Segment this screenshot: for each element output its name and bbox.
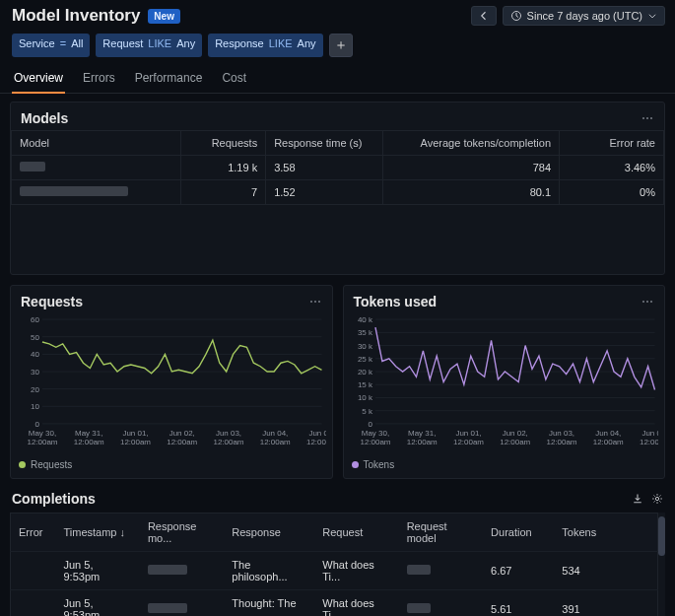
panel-menu-models[interactable]: ⋯ — [641, 111, 654, 125]
table-row[interactable]: Jun 5, 9:53pm Thought: The ... What does… — [11, 590, 658, 617]
svg-text:Jun 05,: Jun 05, — [641, 429, 658, 438]
requests-legend: Requests — [11, 457, 332, 478]
svg-text:Jun 04,: Jun 04, — [595, 429, 621, 438]
svg-text:12:00am: 12:00am — [27, 438, 57, 446]
col-request-model[interactable]: Request model — [399, 513, 483, 552]
gear-icon[interactable] — [651, 493, 663, 505]
models-title: Models — [21, 110, 68, 126]
svg-text:12:00am: 12:00am — [406, 438, 437, 446]
svg-text:12:00am: 12:00am — [74, 438, 104, 446]
svg-text:0: 0 — [368, 420, 372, 429]
svg-text:60: 60 — [31, 315, 39, 324]
panel-menu-requests[interactable]: ⋯ — [309, 295, 322, 308]
svg-text:12:00am: 12:00am — [306, 438, 326, 446]
svg-text:20: 20 — [31, 385, 39, 394]
svg-text:12:00am: 12:00am — [120, 438, 151, 446]
svg-text:15 k: 15 k — [357, 380, 371, 389]
svg-text:40: 40 — [31, 350, 39, 359]
svg-text:20 k: 20 k — [357, 368, 371, 376]
col-error[interactable]: Error — [11, 513, 56, 552]
svg-text:May 31,: May 31, — [408, 429, 436, 438]
table-row[interactable]: 1.19 k 3.58 784 3.46% — [12, 156, 664, 180]
col-duration[interactable]: Duration — [483, 513, 554, 552]
svg-text:30: 30 — [31, 368, 39, 376]
svg-text:12:00am: 12:00am — [639, 438, 658, 446]
svg-text:May 31,: May 31, — [75, 429, 102, 438]
tab-bar: Overview Errors Performance Cost — [0, 65, 675, 94]
requests-panel: Requests ⋯ 0102030405060May 30,12:00amMa… — [10, 285, 333, 479]
filter-chip-service[interactable]: Service = All — [12, 34, 90, 57]
svg-text:Jun 04,: Jun 04, — [262, 429, 288, 438]
svg-text:10 k: 10 k — [357, 393, 371, 402]
models-panel: Models ⋯ Model Requests Response time (s… — [10, 102, 665, 275]
requests-chart[interactable]: 0102030405060May 30,12:00amMay 31,12:00a… — [19, 313, 326, 451]
svg-text:Jun 02,: Jun 02, — [169, 429, 195, 438]
tab-cost[interactable]: Cost — [220, 65, 248, 93]
tab-overview[interactable]: Overview — [12, 65, 65, 94]
col-rtime[interactable]: Response time (s) — [266, 131, 383, 156]
col-response-model[interactable]: Response mo... — [140, 513, 224, 552]
completions-section: Completions Error Timestamp ↓ Response m… — [10, 489, 665, 616]
svg-text:25 k: 25 k — [357, 355, 371, 364]
tokens-title: Tokens used — [354, 294, 438, 309]
svg-point-61 — [655, 497, 658, 500]
col-tokens[interactable]: Tokens — [554, 513, 657, 552]
completions-table: Error Timestamp ↓ Response mo... Respons… — [10, 513, 658, 616]
tokens-panel: Tokens used ⋯ 05 k10 k15 k20 k25 k30 k35… — [343, 285, 666, 479]
col-request[interactable]: Request — [314, 513, 398, 552]
svg-text:10: 10 — [31, 402, 39, 411]
redacted-model — [148, 603, 187, 613]
col-response[interactable]: Response — [224, 513, 314, 552]
table-row[interactable]: 7 1.52 80.1 0% — [12, 180, 664, 205]
legend-swatch — [19, 461, 26, 468]
svg-text:May 30,: May 30, — [29, 429, 56, 438]
tokens-legend: Tokens — [344, 457, 665, 478]
svg-text:50: 50 — [31, 333, 39, 342]
svg-text:12:00am: 12:00am — [452, 438, 483, 446]
svg-text:40 k: 40 k — [357, 315, 371, 324]
requests-title: Requests — [21, 294, 83, 309]
col-err[interactable]: Error rate — [560, 131, 664, 156]
scrollbar[interactable] — [658, 513, 665, 616]
svg-text:0: 0 — [35, 420, 40, 429]
download-icon[interactable] — [632, 493, 643, 505]
completions-title: Completions — [12, 491, 96, 507]
redacted-model — [20, 162, 45, 171]
redacted-model — [20, 186, 128, 196]
svg-text:Jun 01,: Jun 01, — [122, 429, 148, 438]
svg-text:Jun 01,: Jun 01, — [455, 429, 481, 438]
tab-performance[interactable]: Performance — [133, 65, 205, 93]
col-model[interactable]: Model — [12, 131, 181, 156]
plus-icon: ＋ — [334, 36, 348, 54]
col-avgtok[interactable]: Average tokens/completion — [383, 131, 560, 156]
redacted-model — [148, 565, 187, 575]
add-filter-button[interactable]: ＋ — [329, 34, 353, 57]
table-row[interactable]: Jun 5, 9:53pm The philosoph... What does… — [11, 552, 658, 590]
col-timestamp[interactable]: Timestamp ↓ — [55, 513, 139, 552]
tokens-chart[interactable]: 05 k10 k15 k20 k25 k30 k35 k40 kMay 30,1… — [352, 313, 659, 451]
clock-icon — [510, 10, 522, 22]
svg-text:35 k: 35 k — [357, 328, 371, 337]
page-title: Model Inventory — [12, 6, 140, 26]
svg-text:12:00am: 12:00am — [500, 438, 530, 446]
chevron-down-icon — [647, 10, 657, 22]
new-badge: New — [148, 9, 180, 24]
filter-chip-request[interactable]: Request LIKE Any — [96, 34, 202, 57]
filter-chip-response[interactable]: Response LIKE Any — [208, 34, 322, 57]
redacted-model — [407, 565, 431, 575]
timerange-back-button[interactable] — [471, 6, 497, 26]
svg-text:Jun 03,: Jun 03, — [216, 429, 241, 438]
panel-menu-tokens[interactable]: ⋯ — [641, 295, 654, 308]
col-requests[interactable]: Requests — [181, 131, 266, 156]
svg-text:12:00am: 12:00am — [213, 438, 243, 446]
chevron-left-icon — [478, 10, 490, 22]
svg-text:12:00am: 12:00am — [360, 438, 390, 446]
models-table: Model Requests Response time (s) Average… — [11, 130, 664, 205]
svg-text:Jun 03,: Jun 03, — [548, 429, 574, 438]
svg-text:Jun 05,: Jun 05, — [308, 429, 325, 438]
tab-errors[interactable]: Errors — [81, 65, 117, 93]
timerange-button[interactable]: Since 7 days ago (UTC) — [503, 6, 665, 26]
timerange-label: Since 7 days ago (UTC) — [527, 10, 642, 22]
svg-text:12:00am: 12:00am — [167, 438, 197, 446]
redacted-model — [407, 603, 431, 613]
